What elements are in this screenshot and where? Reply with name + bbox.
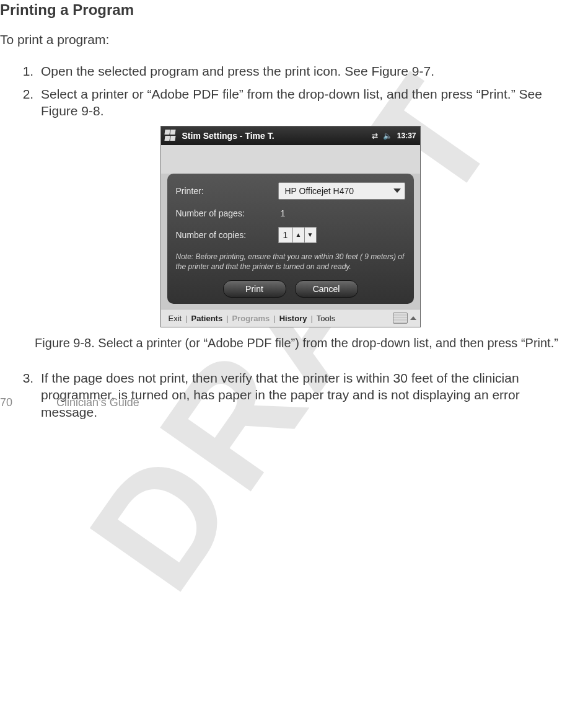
steps-list-first: Open the selected program and press the … bbox=[19, 63, 581, 120]
step-1: Open the selected program and press the … bbox=[37, 63, 574, 80]
device-blank-area bbox=[161, 145, 420, 174]
nav-patients[interactable]: Patients bbox=[188, 314, 227, 323]
window-title: Stim Settings - Time T. bbox=[182, 131, 372, 141]
copies-label: Number of copies: bbox=[176, 230, 278, 240]
figure-9-8: Stim Settings - Time T. ⇄ 🔈 13:37 Printe… bbox=[0, 126, 581, 327]
speaker-icon: 🔈 bbox=[383, 131, 392, 140]
copies-row: Number of copies: 1 ▲ ▼ bbox=[176, 227, 405, 243]
device-screenshot: Stim Settings - Time T. ⇄ 🔈 13:37 Printe… bbox=[160, 126, 421, 327]
nav-tools[interactable]: Tools bbox=[313, 314, 339, 323]
dialog-buttons: Print Cancel bbox=[176, 280, 405, 298]
pages-row: Number of pages: 1 bbox=[176, 208, 405, 218]
steps-list-second: If the page does not print, then verify … bbox=[19, 370, 581, 420]
pages-label: Number of pages: bbox=[176, 208, 278, 218]
figure-caption: Figure 9-8. Select a printer (or “Adobe … bbox=[25, 335, 568, 351]
copies-spinner[interactable]: 1 ▲ ▼ bbox=[278, 227, 317, 243]
keyboard-icon[interactable] bbox=[393, 313, 408, 324]
nav-exit[interactable]: Exit bbox=[165, 314, 186, 323]
page-number: 70 bbox=[0, 396, 35, 409]
intro-text: To print a program: bbox=[0, 32, 581, 47]
device-bottombar: Exit | Patients | Programs | History | T… bbox=[161, 309, 420, 327]
system-tray: ⇄ 🔈 13:37 bbox=[372, 131, 416, 140]
spinner-up-icon[interactable]: ▲ bbox=[292, 228, 304, 242]
section-heading: Printing a Program bbox=[0, 1, 581, 19]
nav-programs[interactable]: Programs bbox=[229, 314, 274, 323]
print-dialog: Printer: HP Officejet H470 Number of pag… bbox=[167, 174, 414, 304]
print-button[interactable]: Print bbox=[223, 280, 286, 298]
doc-title: Clinician’s Guide bbox=[56, 396, 139, 409]
document-page: Printing a Program To print a program: O… bbox=[0, 1, 588, 420]
chevron-down-icon bbox=[393, 189, 401, 193]
printer-label: Printer: bbox=[176, 186, 278, 196]
printer-dropdown[interactable]: HP Officejet H470 bbox=[278, 182, 405, 200]
spinner-down-icon[interactable]: ▼ bbox=[304, 228, 316, 242]
start-icon bbox=[165, 130, 177, 142]
caret-up-icon[interactable] bbox=[410, 316, 416, 320]
copies-value: 1 bbox=[279, 230, 292, 240]
page-footer: 70 Clinician’s Guide bbox=[0, 396, 139, 409]
device-titlebar: Stim Settings - Time T. ⇄ 🔈 13:37 bbox=[161, 126, 420, 145]
pages-value: 1 bbox=[278, 208, 286, 218]
nav-history[interactable]: History bbox=[276, 314, 311, 323]
step-2: Select a printer or “Adobe PDF file” fro… bbox=[37, 86, 574, 120]
printer-selected-value: HP Officejet H470 bbox=[285, 186, 354, 196]
connectivity-icon: ⇄ bbox=[372, 131, 378, 140]
print-note: Note: Before printing, ensure that you a… bbox=[176, 252, 405, 272]
cancel-button[interactable]: Cancel bbox=[295, 280, 358, 298]
clock-label: 13:37 bbox=[397, 131, 416, 140]
printer-row: Printer: HP Officejet H470 bbox=[176, 182, 405, 200]
step-3: If the page does not print, then verify … bbox=[37, 370, 569, 420]
